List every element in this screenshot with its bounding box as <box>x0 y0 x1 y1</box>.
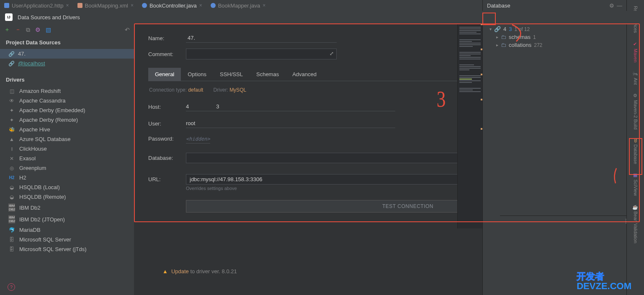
url-input[interactable] <box>186 174 458 185</box>
back-icon[interactable]: ↶ <box>125 26 130 33</box>
driver-item[interactable]: ◫Amazon Redshift <box>0 86 134 96</box>
data-source-item[interactable]: 🔗 @localhost <box>0 59 134 68</box>
vtab-ant[interactable]: 🐜Ant <box>632 67 639 88</box>
driver-label: Apache Hive <box>19 126 50 133</box>
driver-item[interactable]: 🗄Microsoft SQL Server <box>0 235 134 244</box>
comment-input[interactable]: ⤢ <box>186 49 337 59</box>
driver-label: IBM Db2 (JTOpen) <box>19 216 65 223</box>
vtab-database[interactable]: 🛢Database <box>632 135 639 167</box>
right-tool-tabs: RestServices ✔Maven 🐜Ant ⚙Maven-2 Build … <box>626 0 644 295</box>
node-count: 272 <box>534 42 542 48</box>
editor-minimap[interactable] <box>457 11 482 228</box>
gear-icon: ⚙ <box>633 93 638 98</box>
editor-tab[interactable]: UserApplication2.http × <box>0 0 73 11</box>
tree-node-schemas[interactable]: ▸ 🗀 schemas 1 <box>487 33 622 41</box>
host-input[interactable] <box>186 102 395 111</box>
close-icon[interactable]: × <box>131 3 134 8</box>
driver-item[interactable]: ◒HSQLDB (Local) <box>0 182 134 192</box>
help-button[interactable]: ? <box>8 283 15 291</box>
vtab-label: Bean Validation <box>633 211 638 243</box>
user-input[interactable] <box>186 119 395 128</box>
database-input[interactable] <box>186 153 458 163</box>
minimize-icon[interactable]: — <box>617 3 622 9</box>
node-label: collations <box>509 42 531 48</box>
db2-icon: IBMDB2 <box>8 215 15 223</box>
url-label: URL: <box>148 176 186 182</box>
node-label: schemas <box>509 34 531 40</box>
comment-label: Comment: <box>148 51 186 57</box>
gear-icon[interactable]: ⚙ <box>609 3 614 9</box>
close-icon[interactable]: × <box>66 3 69 8</box>
remove-icon[interactable]: － <box>15 26 21 33</box>
cassandra-icon: 👁 <box>8 98 15 104</box>
db2-icon: IBMDB2 <box>8 203 15 212</box>
vtab-sciview[interactable]: ▦SciView <box>632 169 639 199</box>
password-input[interactable]: <hidden> <box>186 135 210 144</box>
driver-label: Exasol <box>19 155 36 162</box>
driver-item[interactable]: ⦀ClickHouse <box>0 144 134 154</box>
driver-item[interactable]: IBMDB2IBM Db2 (JTOpen) <box>0 213 134 225</box>
dialog-title: Data Sources and Drivers <box>18 14 80 21</box>
vtab-label: SciView <box>633 180 638 196</box>
java-file-icon <box>142 3 147 8</box>
password-label: Password: <box>148 136 186 142</box>
exasol-icon: ✕ <box>8 156 15 162</box>
editor-tab[interactable]: BookMapper.java × <box>206 0 270 11</box>
tab-label: BookController.java <box>149 3 197 9</box>
tab-label: BookMapper.java <box>218 3 260 9</box>
warning-icon: ▲ <box>162 268 168 274</box>
tab-sshssl[interactable]: SSH/SSL <box>213 68 250 81</box>
driver-item[interactable]: ▲Azure SQL Database <box>0 134 134 144</box>
driver-label: Apache Cassandra <box>19 97 66 104</box>
driver-item[interactable]: ◒HSQLDB (Remote) <box>0 192 134 202</box>
vtab-maven[interactable]: ✔Maven <box>632 38 639 66</box>
expand-icon[interactable]: ⤢ <box>330 51 334 56</box>
redshift-icon: ◫ <box>8 88 15 94</box>
editor-tab[interactable]: BookMapping.xml × <box>73 0 138 11</box>
database-tree: ▾ 🔗 4 3 1 of 12 ▸ 🗀 schemas 1 ▸ 🗀 collat… <box>483 23 626 51</box>
tab-general[interactable]: General <box>148 68 181 81</box>
editor-tab[interactable]: BookController.java × <box>138 0 206 11</box>
azure-icon: ▲ <box>8 136 15 142</box>
driver-label: Apache Derby (Embedded) <box>19 107 85 113</box>
hsqldb-icon: ◒ <box>8 194 15 200</box>
close-icon[interactable]: × <box>263 3 265 8</box>
driver-item[interactable]: ✦Apache Derby (Embedded) <box>0 105 134 115</box>
java-file-icon <box>211 3 216 8</box>
link-icon: 🔗 <box>8 61 15 67</box>
driver-item[interactable]: ◎Greenplum <box>0 163 134 173</box>
intellij-logo-icon: IJ <box>5 13 13 21</box>
driver-item[interactable]: ✕Exasol <box>0 154 134 163</box>
tab-advanced[interactable]: Advanced <box>286 68 323 81</box>
vtab-label: Maven-2 Build <box>633 100 638 129</box>
add-icon[interactable]: ＋ <box>4 26 10 33</box>
chevron-down-icon: ▾ <box>489 27 492 31</box>
close-icon[interactable]: × <box>199 3 202 8</box>
conn-type-value[interactable]: default <box>188 87 203 93</box>
driver-label: ClickHouse <box>19 146 47 152</box>
gear-icon[interactable]: ⚙ <box>35 26 41 33</box>
tab-options[interactable]: Options <box>181 68 213 81</box>
update-link[interactable]: Update <box>171 268 189 274</box>
driver-value[interactable]: MySQL <box>229 87 246 93</box>
host-label: Host: <box>148 104 186 110</box>
driver-item[interactable]: 👁Apache Cassandra <box>0 96 134 105</box>
tree-node-datasource[interactable]: ▾ 🔗 4 3 1 of 12 <box>487 25 622 33</box>
driver-item[interactable]: 🐬MariaDB <box>0 225 134 235</box>
link-icon: 🔗 <box>8 51 15 57</box>
chevron-right-icon: ▸ <box>496 43 498 47</box>
link-icon: 🔗 <box>494 26 501 32</box>
driver-item[interactable]: H2H2 <box>0 173 134 182</box>
driver-item[interactable]: IBMDB2IBM Db2 <box>0 202 134 213</box>
make-global-icon[interactable]: ▧ <box>46 26 51 33</box>
copy-icon[interactable]: ⧉ <box>26 26 30 33</box>
data-source-item[interactable]: 🔗 47. <box>0 49 134 59</box>
driver-item[interactable]: 🗄Microsoft SQL Server (jTds) <box>0 244 134 254</box>
driver-item[interactable]: ✦Apache Derby (Remote) <box>0 115 134 125</box>
tree-node-collations[interactable]: ▸ 🗀 collations 272 <box>487 41 622 49</box>
name-input[interactable] <box>186 33 337 43</box>
driver-item[interactable]: 🐝Apache Hive <box>0 125 134 134</box>
vtab-bean-validation[interactable]: ☕Bean Validation <box>632 201 639 246</box>
tab-schemas[interactable]: Schemas <box>250 68 286 81</box>
vtab-maven2[interactable]: ⚙Maven-2 Build <box>632 90 639 133</box>
